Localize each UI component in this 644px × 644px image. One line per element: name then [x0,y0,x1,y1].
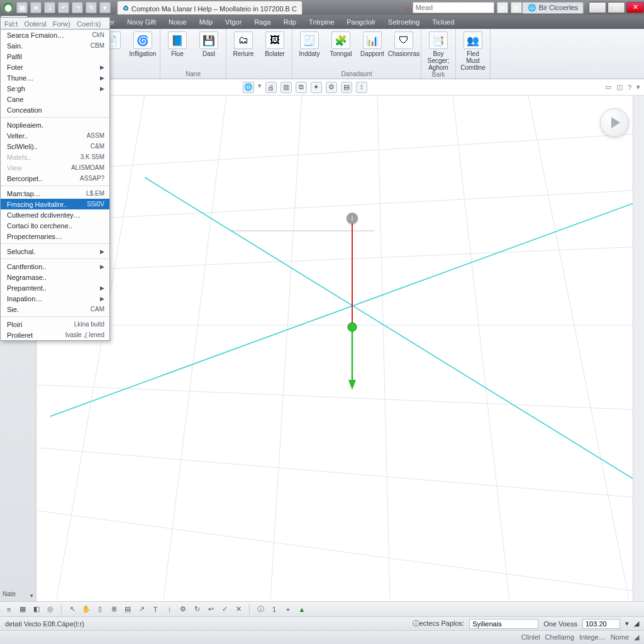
qat-save-icon[interactable]: ⤓ [44,2,55,13]
menu-item-ploiri[interactable]: PloiriLkina buitd [1,319,109,330]
layers-icon[interactable]: ▤ [341,82,352,93]
sheet-icon[interactable]: ▥ [280,82,292,93]
menu-item-noplieaiem[interactable]: Noplieaiem. [1,119,109,130]
ribbon-dappont[interactable]: 📊Dappont [359,31,386,57]
bt-close-icon[interactable]: ✕ [233,604,243,614]
ribbon-chasionras[interactable]: 🛡Chasionras [391,31,417,57]
menu-item-palfil[interactable]: Palfil [1,51,109,62]
ribbon-reriure[interactable]: 🗂Reriure [230,31,257,57]
ribbon-bolater[interactable]: 🖼Bolater [262,31,288,57]
ribbon-infligation[interactable]: 🌀Infligation [130,31,156,57]
secondary-tab[interactable]: 🌐 Bir Cicoerles [522,2,584,14]
menu-mdp[interactable]: Mdp [193,15,219,29]
ribbon-flue[interactable]: 📘Flue [164,31,191,57]
menu-item-cantfention[interactable]: Cantfention..▶ [1,261,109,272]
print-icon[interactable]: 🖨 [265,82,277,93]
menu-item-searca-fcmaion[interactable]: Searca Fcmaion…CkN [1,30,109,40]
menu-item-inapation[interactable]: Inapation…▶ [1,293,109,304]
bt-list-icon[interactable]: ≣ [109,604,119,614]
bt-info-icon[interactable]: ⓘ [255,604,265,614]
panel-d-icon[interactable]: ▾ [636,83,640,91]
menu-tntrpine[interactable]: Tntrpine [303,15,340,29]
app-icon[interactable]: ⬤ [3,2,14,13]
bt-check-icon[interactable]: ✓ [219,604,230,614]
qat-open-icon[interactable]: ➤ [30,2,42,13]
bt-gear-icon[interactable]: ⚙ [178,604,188,614]
minimize-button[interactable]: — [589,2,606,13]
ribbon-inddaty[interactable]: 🧾Inddaty [296,31,323,57]
bt-hand-icon[interactable]: ✋ [81,604,91,614]
ribbon-boy-secger-aghom[interactable]: 📑Boy Secger; Aghom [425,31,452,71]
visibility-dropdown-icon[interactable]: ▾ [625,619,629,628]
qat-paste-icon[interactable]: ✎ [86,2,97,13]
wrench-icon[interactable]: ✦ [311,82,322,93]
menu-vtgor[interactable]: Vtgor [219,15,248,29]
bt-plus-icon[interactable]: + [283,604,293,614]
menu-item-mam-tap[interactable]: Mam:tap…L$.EM [1,188,109,199]
bt-one-icon[interactable]: 1 [269,604,279,614]
menu-item-seluchal[interactable]: Seluchal.▶ [1,246,109,257]
bt-doc-icon[interactable]: ▤ [123,604,133,614]
menu-paogclolr[interactable]: Paogclolr [340,15,382,29]
search-clear-icon[interactable]: ✕ [497,2,508,13]
menu-item-thune[interactable]: Thune…▶ [1,72,109,83]
document-tab[interactable]: ♻ Compton Ma Llanar l Help – Moollateio … [117,1,303,14]
ribbon-dasl[interactable]: 💾Dasl [196,31,222,57]
menu-ticlued[interactable]: Ticlued [426,15,460,29]
menu-item-negramase[interactable]: Negramase.. [1,272,109,282]
menu-rdp[interactable]: Rdp [277,15,303,29]
menu-item-sie[interactable]: Sie.CAM [1,304,109,314]
menu-item-prepamtent[interactable]: Prepamtent..▶ [1,282,109,293]
magnet-icon[interactable]: ⧉ [296,82,307,93]
bt-target-icon[interactable]: ◎ [45,604,55,614]
bt-layers-icon[interactable]: ◧ [31,604,42,614]
menu-raga[interactable]: Raga [248,15,277,29]
bt-cursor-icon[interactable]: ↖ [67,604,77,614]
panel-c-icon[interactable]: ? [628,84,631,91]
menu-item-conceation[interactable]: Conceation [1,104,109,115]
menu-item-foter[interactable]: Foter▶ [1,62,109,72]
search-input[interactable] [413,2,494,13]
menu-item-cortaci-lto-cerchene[interactable]: Cortaci lto cerchene.. [1,220,109,231]
play-button[interactable] [600,108,629,137]
menu-item-fmscing-havitalinr[interactable]: Fmscing Havitalinr..SSi0V [1,199,109,209]
panel-b-icon[interactable]: ◫ [616,83,623,91]
menu-item-se-gh[interactable]: Se:gh▶ [1,83,109,94]
menu-noiue[interactable]: Noiue [162,15,193,29]
globe-icon[interactable]: 🌐 [243,82,254,93]
visibility-field[interactable] [582,619,620,629]
menu-item-proileret[interactable]: ProileretIvasle ,( lened [1,330,109,340]
menu-item-propectemaries[interactable]: Propectemaries… [1,231,109,242]
menu-item-cutkemed-dcdiventey[interactable]: Cutkemed dcdiventey… [1,209,109,220]
menu-nooy glft[interactable]: Nooy Glft [121,15,162,29]
ribbon-tonngal[interactable]: 🧩Tonngal [328,31,354,57]
maximize-button[interactable]: ☐ [608,2,625,13]
menu-item-sclwleli[interactable]: SclWleli)..C&M [1,141,109,152]
bt-rotate-icon[interactable]: ↻ [192,604,202,614]
measure-icon[interactable]: ⟟ [356,82,367,93]
vertical-scrollbar[interactable] [633,96,644,601]
menu-item-velter[interactable]: Velter..ASSM [1,130,109,141]
panel-a-icon[interactable]: ▭ [605,83,611,91]
dropdown-caret-icon[interactable]: ▾ [258,82,262,93]
menu-item-bercoripet[interactable]: Bercoripet..ASSAP? [1,173,109,184]
menu-setroeting[interactable]: Setroeting [382,15,426,29]
qat-more-icon[interactable]: ▾ [99,2,111,13]
bt-dim-icon[interactable]: ⟊ [164,604,174,614]
menu-item-cane[interactable]: Cane [1,94,109,104]
bt-warn-icon[interactable]: ▲ [297,604,307,614]
bt-text-icon[interactable]: T [150,604,160,614]
qat-undo-icon[interactable]: ↶ [58,2,69,13]
access-field[interactable] [469,619,538,629]
status-corner-icon[interactable]: ◢ [634,619,639,628]
bt-arrow-icon[interactable]: ↗ [136,604,147,614]
qat-redo-icon[interactable]: ↷ [72,2,83,13]
qat-new-icon[interactable]: ▦ [16,2,28,13]
menu-item-sain[interactable]: Sain.CBM [1,40,109,51]
bt-select-icon[interactable]: ▯ [95,604,105,614]
bt-back-icon[interactable]: ↩ [206,604,216,614]
search-dropdown-icon[interactable]: ▾ [511,2,522,13]
bt-grid-icon[interactable]: ▦ [18,604,28,614]
footer-corner-icon[interactable]: ◢ [634,633,639,641]
bt-menu-icon[interactable]: ≡ [4,604,14,614]
